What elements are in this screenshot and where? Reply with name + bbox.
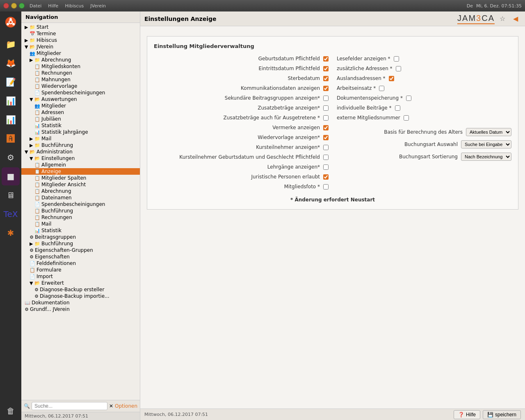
tree-item-import[interactable]: 📄 Import [21, 273, 140, 280]
setting-checkbox-sek_beitragsgruppen[interactable] [323, 96, 329, 101]
tree-item-beitragsgruppen[interactable]: ⚙️ Beitragsgruppen [21, 234, 140, 240]
tree-item-mail[interactable]: ▶ 📁 Mail [21, 135, 140, 142]
search-input[interactable] [32, 402, 107, 410]
menu-hilfe[interactable]: Hilfe [48, 3, 58, 9]
tree-item-start[interactable]: ▶ 📁 Start [21, 24, 140, 30]
setting-checkbox-zusatzbetraege[interactable] [323, 105, 329, 111]
tree-item-auswertungen[interactable]: ▼ 📂 Auswertungen [21, 96, 140, 103]
spreadsheet-icon[interactable]: 📊 [2, 92, 20, 110]
tree-item-mitglieder_ansicht[interactable]: 📋 Mitglieder Ansicht [21, 181, 140, 188]
tree-item-rechnungen2[interactable]: 📋 Rechnungen [21, 214, 140, 221]
nav-tree[interactable]: ▶ 📁 Start📅 Termine▶ 📁 Hibiscus▼ 📂 JVerei… [21, 23, 140, 400]
menu-hibiscus[interactable]: Hibiscus [65, 3, 84, 9]
setting-checkbox-juristische[interactable] [323, 174, 329, 180]
text-editor-icon[interactable]: 📝 [2, 73, 20, 91]
tree-item-abrechnung2[interactable]: 📋 Abrechnung [21, 188, 140, 194]
setting-checkbox-eintrittsdatum[interactable] [323, 66, 329, 71]
tree-item-termine[interactable]: 📅 Termine [21, 30, 140, 37]
tree-item-spendenbescheinigungen[interactable]: 📄 Spendenbescheinigungen [21, 89, 140, 96]
setting-checkbox-kommunikation[interactable] [323, 86, 329, 91]
tree-item-grundfunktionen[interactable]: ⚙️ Grundf... JVerein [21, 306, 140, 313]
tree-item-jubilaen[interactable]: 📋 Jubiläen [21, 116, 140, 122]
tree-item-felddefinitionen[interactable]: 📄 Felddefinitionen [21, 260, 140, 267]
tree-item-diagnose_backup2[interactable]: ⚙️ Diagnose-Backup importie... [21, 293, 140, 299]
tree-item-statistik[interactable]: 📊 Statistik [21, 122, 140, 129]
tree-item-spendenbescheinigungen2[interactable]: 📄 Spendenbescheinigungen [21, 201, 140, 208]
dropdown-buchungsart_auswahl[interactable]: Suche bei EingabeDropdown [461, 140, 511, 148]
terminal-icon[interactable]: 🖥 [2, 186, 20, 204]
setting-checkbox-dokumentenspeicherung[interactable] [406, 96, 411, 101]
tree-item-dokumentation[interactable]: 📖 Dokumentation [21, 299, 140, 306]
close-button[interactable] [3, 3, 9, 9]
dropdown-buchungsart_sortierung[interactable]: Nach BezeichnungNach Nummer [461, 153, 511, 161]
firefox-icon[interactable]: 🦊 [2, 54, 20, 72]
menu-datei[interactable]: Datei [30, 3, 41, 9]
settings-icon[interactable]: ⚙️ [2, 148, 20, 167]
tree-icon-mail2: 📋 [34, 221, 40, 227]
setting-checkbox-mitgliedsfoto[interactable] [323, 184, 329, 189]
tree-item-dateinamen[interactable]: 📋 Dateinamen [21, 194, 140, 201]
setting-checkbox-zusatz_adressen[interactable] [396, 66, 401, 71]
tree-item-jverein[interactable]: ▼ 📂 JVerein [21, 43, 140, 50]
back-button[interactable]: ◀ [510, 14, 521, 24]
setting-checkbox-kurs_pflichtfeld[interactable] [323, 155, 329, 160]
trash-icon[interactable]: 🗑 [2, 402, 20, 420]
tree-item-allgemein[interactable]: 📋 Allgemein [21, 162, 140, 168]
clear-search-icon[interactable]: ✕ [109, 403, 113, 409]
tree-item-statistik2[interactable]: 📊 Statistik [21, 227, 140, 234]
tree-item-mitgliedskonten[interactable]: 📋 Mitgliedskonten [21, 63, 140, 70]
setting-checkbox-auslandsadressen[interactable] [389, 76, 394, 81]
tree-item-erweitert[interactable]: ▼ 📂 Erweitert [21, 280, 140, 286]
tree-item-eigenschaften_gruppen[interactable]: ⚙️ Eigenschaften-Gruppen [21, 247, 140, 253]
tree-item-statistik_jahrgaenge[interactable]: 📊 Statistik Jahrgänge [21, 129, 140, 135]
tree-item-mitglieder2[interactable]: 👥 Mitglieder [21, 103, 140, 109]
minimize-button[interactable] [11, 3, 17, 9]
dropdown-alters_basis[interactable]: Aktuelles DatumJahresbeginnJahresende [466, 128, 511, 136]
setting-checkbox-ext_mitgliedsnummer[interactable] [404, 115, 409, 121]
tree-item-einstellungen[interactable]: ▼ 📂 Einstellungen [21, 155, 140, 162]
speichern-button[interactable]: 💾 speichern [483, 410, 521, 419]
setting-checkbox-lehrgaenge[interactable] [323, 164, 329, 170]
tree-item-buchfuehrung3[interactable]: ▶ 📁 Buchführung [21, 240, 140, 247]
tree-item-buchfuehrung[interactable]: ▶ 📁 Buchführung [21, 142, 140, 148]
tree-item-administration[interactable]: ▼ 📂 Administration [21, 148, 140, 155]
tree-item-mitglieder_spalten[interactable]: 📋 Mitglieder Spalten [21, 175, 140, 181]
setting-checkbox-zusatz_ausgetretene[interactable] [323, 115, 329, 121]
star-button[interactable]: ☆ [497, 14, 508, 24]
tree-item-mail2[interactable]: 📋 Mail [21, 221, 140, 227]
setting-checkbox-sterbedatum[interactable] [323, 76, 329, 81]
tree-item-anzeige[interactable]: 📋 Anzeige [21, 168, 140, 175]
tree-item-eigenschaften[interactable]: ⚙️ Eigenschaften [21, 253, 140, 260]
tree-item-mitglieder[interactable]: 👥 Mitglieder [21, 50, 140, 57]
tree-item-adressen[interactable]: 📋 Adressen [21, 109, 140, 116]
maximize-button[interactable] [19, 3, 25, 9]
presentation-icon[interactable]: 📊 [2, 111, 20, 129]
tree-item-mahnungen[interactable]: 📋 Mahnungen [21, 76, 140, 83]
setting-checkbox-kursteilnehmer[interactable] [323, 145, 329, 150]
tree-item-rechnungen[interactable]: 📋 Rechnungen [21, 70, 140, 76]
orange-app-icon[interactable]: ✱ [2, 224, 20, 242]
setting-label-wiedervorlage: Wiedervorlage anzeigen* [258, 135, 320, 140]
setting-checkbox-vermerke[interactable] [323, 125, 329, 130]
tree-icon-dateinamen: 📋 [34, 195, 40, 201]
tex-icon[interactable]: TeX [2, 205, 20, 223]
hilfe-button[interactable]: ❓ Hilfe [454, 410, 480, 419]
optionen-button[interactable]: Optionen [115, 403, 137, 409]
tree-item-formulare[interactable]: 📋 Formulare [21, 267, 140, 273]
setting-label-individuelle_beitraege: individuelle Beiträge * [337, 105, 392, 111]
tree-item-buchfuehrung2[interactable]: 📋 Buchführung [21, 208, 140, 214]
files-icon[interactable]: 📁 [2, 35, 20, 53]
tree-item-hibiscus[interactable]: ▶ 📁 Hibiscus [21, 37, 140, 43]
setting-checkbox-individuelle_beitraege[interactable] [395, 105, 400, 111]
setting-checkbox-lesefelder[interactable] [394, 56, 399, 62]
appstore-icon[interactable]: 🅰 [2, 130, 20, 148]
menu-jverein[interactable]: JVerein [90, 3, 106, 9]
setting-checkbox-geburtsdatum[interactable] [323, 56, 329, 62]
ubuntu-icon[interactable] [2, 13, 20, 31]
tree-item-wiedervorlage[interactable]: 📋 Wiedervorlage [21, 83, 140, 89]
setting-checkbox-arbeitseinsatz[interactable] [379, 86, 384, 91]
purple-app-icon[interactable]: ■ [2, 167, 20, 185]
tree-item-abrechnung[interactable]: ▶ 📁 Abrechnung [21, 57, 140, 63]
setting-checkbox-wiedervorlage[interactable] [323, 135, 329, 140]
tree-item-diagnose_backup[interactable]: ⚙️ Diagnose-Backup ersteller [21, 286, 140, 293]
